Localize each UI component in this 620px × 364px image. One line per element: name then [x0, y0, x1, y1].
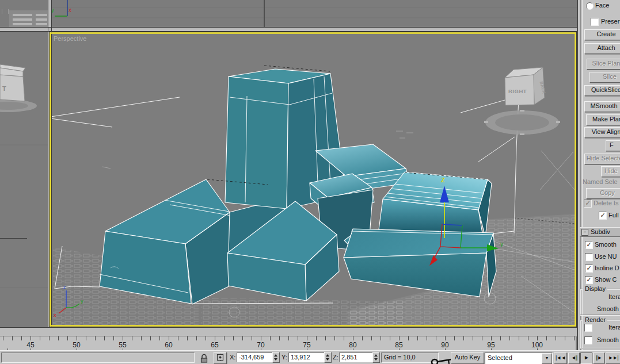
- isoline-display-checkbox[interactable]: ✓: [585, 265, 593, 273]
- key-filter-dropdown[interactable]: Selected ▼: [485, 352, 553, 364]
- display-group-label: Display: [583, 285, 607, 292]
- top-viewport[interactable]: [0, 0, 577, 27]
- 3ds-max-window: y x T: [0, 0, 620, 364]
- world-axis-x-label: x: [54, 312, 56, 318]
- frame-label: 70: [252, 341, 269, 349]
- msmooth-button[interactable]: MSmooth: [584, 101, 620, 112]
- auto-key-button[interactable]: Auto Key: [451, 352, 484, 364]
- render-smoothness-label: Smooth: [597, 336, 619, 343]
- frame-label: 65: [206, 341, 223, 349]
- frame-label: 55: [114, 341, 131, 349]
- y-coord-field[interactable]: 13,912: [288, 352, 326, 362]
- next-frame-button[interactable]: ||►: [593, 352, 604, 364]
- viewport-area[interactable]: y x T: [0, 0, 620, 364]
- timeline-ruler[interactable]: 45 50 55 60 65 70 75 80 85 90 95 100: [0, 336, 576, 351]
- render-iterations-checkbox[interactable]: [584, 324, 592, 332]
- delete-isolated-label: Delete Is: [594, 200, 618, 206]
- trackbar-strip: [0, 327, 577, 336]
- frame-label: 50: [68, 341, 85, 349]
- z-coord-field[interactable]: 2,851: [339, 352, 374, 362]
- x-coord-spinner[interactable]: [272, 352, 280, 363]
- frame-label: 75: [298, 341, 315, 349]
- face-radio[interactable]: [586, 2, 594, 10]
- viewcube-front-label: RIGHT: [508, 88, 527, 94]
- z-coord-spinner[interactable]: [372, 352, 380, 363]
- hide-selected-button[interactable]: Hide Selected: [584, 154, 620, 164]
- preserve-checkbox[interactable]: [591, 18, 599, 26]
- make-planar-button[interactable]: Make Plan: [586, 114, 620, 125]
- slice-plane-button[interactable]: Slice Plane: [587, 59, 620, 70]
- subdivision-rollout-title: Subdiv: [591, 228, 610, 236]
- prompt-line: [1, 352, 195, 363]
- show-cage-label: Show C: [595, 276, 617, 283]
- x-coord-label: X:: [230, 354, 235, 361]
- top-axis-x-label: x: [69, 7, 71, 13]
- partial-button[interactable]: F: [606, 140, 620, 151]
- frame-label: 80: [344, 341, 362, 349]
- command-panel: Face Preserve Create Attach Slice Plane …: [577, 0, 620, 350]
- attach-button[interactable]: Attach: [584, 43, 620, 54]
- timeline-minor-ticks: [0, 336, 576, 340]
- status-bar: X: -314,659 Y: 13,912 Z: 2,851 Grid = 10…: [0, 350, 620, 364]
- full-interactivity-label: Full: [608, 212, 619, 219]
- preserve-label: Preserve: [601, 18, 620, 25]
- isoline-display-label: Isoline D: [595, 265, 619, 271]
- world-axis-y-label: y: [81, 298, 83, 304]
- grid-size-display: Grid = 10,0: [381, 352, 439, 363]
- delete-isolated-checkbox[interactable]: ✓: [584, 200, 592, 208]
- full-interactivity-checkbox[interactable]: ✓: [599, 212, 607, 220]
- world-axis-z-label: z: [63, 284, 66, 290]
- dropdown-arrow-icon[interactable]: ▼: [542, 353, 552, 364]
- selection-lock-icon[interactable]: [200, 354, 208, 363]
- hide-unselected-button[interactable]: Hide: [601, 166, 620, 177]
- render-iterations-label: Itera: [608, 324, 620, 331]
- previous-frame-button[interactable]: ◄||: [568, 352, 580, 364]
- frame-label: 60: [160, 341, 177, 349]
- frame-label: 100: [528, 341, 546, 349]
- x-coord-field[interactable]: -314,659: [237, 352, 274, 362]
- slice-button[interactable]: Slice: [589, 72, 620, 83]
- smooth-result-label: Smooth: [595, 241, 617, 248]
- z-coord-label: Z:: [333, 354, 338, 361]
- face-radio-label: Face: [595, 2, 609, 9]
- y-coord-label: Y:: [282, 354, 287, 361]
- collapse-icon: −: [581, 229, 588, 236]
- go-to-end-button[interactable]: ►►|: [606, 352, 620, 364]
- gizmo-z-label: Z: [441, 177, 445, 183]
- copy-button[interactable]: Copy: [586, 188, 620, 199]
- view-align-button[interactable]: View Align: [584, 127, 620, 138]
- frame-label: 85: [390, 341, 408, 349]
- key-filter-value: Selected: [488, 354, 512, 361]
- smooth-result-checkbox[interactable]: ✓: [585, 241, 593, 249]
- quickslice-button[interactable]: QuickSlice: [584, 85, 620, 96]
- named-selections-label: Named Sele: [583, 178, 618, 185]
- gizmo-y-label: y: [500, 241, 503, 247]
- y-coord-spinner[interactable]: [324, 352, 332, 363]
- frame-label: 45: [22, 341, 39, 349]
- use-nurms-label: Use NU: [595, 253, 617, 260]
- render-smoothness-checkbox[interactable]: [584, 336, 592, 344]
- create-button[interactable]: Create: [584, 29, 620, 40]
- play-button[interactable]: ►: [580, 352, 592, 364]
- display-iterations-label: Itera: [608, 293, 620, 300]
- viewport-label: Perspective: [54, 35, 86, 42]
- frame-label: 90: [436, 341, 454, 349]
- frame-label: 95: [482, 341, 500, 349]
- show-cage-checkbox[interactable]: ✓: [585, 276, 593, 284]
- left-viewcube-label: T: [2, 85, 6, 92]
- go-to-start-button[interactable]: |◄◄: [554, 352, 567, 364]
- subdivision-rollout-header[interactable]: − Subdiv: [580, 227, 620, 237]
- display-smoothness-label: Smooth: [597, 305, 619, 312]
- transform-typein-toggle[interactable]: [214, 352, 227, 364]
- render-group-label: Render: [583, 316, 607, 323]
- use-nurms-checkbox[interactable]: [585, 253, 593, 261]
